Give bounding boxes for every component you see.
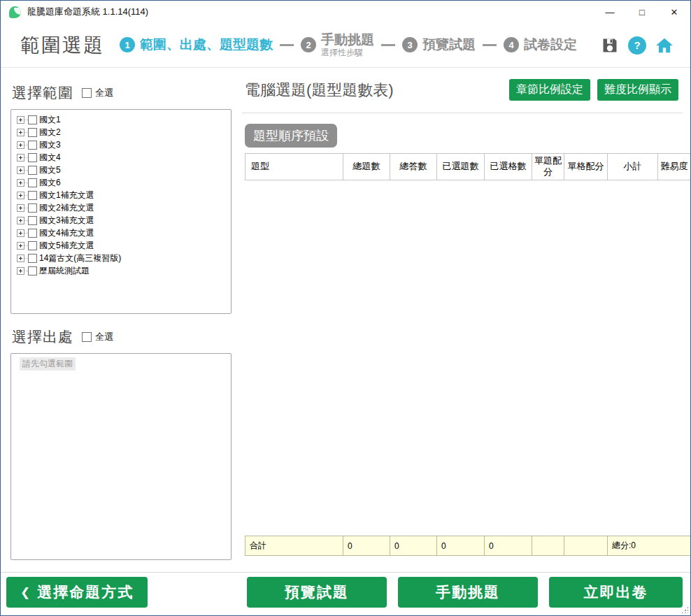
step-4-label: 試卷設定: [524, 38, 577, 52]
titlebar: 龍騰題庫命題系統 1.1.14(114) — □ ✕: [1, 1, 690, 23]
scope-tree-panel[interactable]: 國文1 國文2 國文3 國文4 國文5: [10, 109, 231, 314]
footer-total-score: 總分:0: [608, 536, 691, 556]
tree-item-label: 國文1補充文選: [39, 189, 94, 201]
table-column-header: 總答數: [390, 154, 437, 180]
tree-item-label: 14篇古文(高三複習版): [39, 252, 121, 264]
tree-item-label: 國文5: [39, 164, 61, 176]
source-select-all[interactable]: 全選: [82, 331, 113, 343]
chapter-ratio-button[interactable]: 章節比例設定: [509, 79, 590, 101]
tree-item-checkbox[interactable]: [28, 229, 37, 238]
tree-item-checkbox[interactable]: [28, 203, 37, 213]
table-column-header: 難易度: [658, 154, 691, 180]
step-separator: [483, 44, 497, 46]
expand-plus-icon[interactable]: [17, 255, 24, 262]
tree-item-checkbox[interactable]: [28, 178, 37, 187]
type-order-preset-button[interactable]: 題型順序預設: [245, 124, 337, 148]
tree-item-label: 國文4補充文選: [39, 227, 94, 239]
table-column-header: 小計: [608, 154, 658, 180]
expand-plus-icon[interactable]: [17, 229, 24, 237]
expand-plus-icon[interactable]: [17, 217, 24, 224]
expand-plus-icon[interactable]: [17, 141, 24, 149]
expand-plus-icon[interactable]: [17, 166, 24, 174]
tree-item[interactable]: 國文5: [13, 164, 229, 176]
source-placeholder: 請先勾選範圍: [20, 357, 76, 371]
tree-item-checkbox[interactable]: [28, 166, 37, 175]
tree-item-checkbox[interactable]: [28, 115, 37, 124]
step-4-number: 4: [504, 37, 519, 52]
tree-item-label: 國文4: [39, 152, 61, 164]
maximize-icon[interactable]: □: [626, 1, 658, 23]
tree-item[interactable]: 國文4補充文選: [13, 227, 229, 239]
tree-item[interactable]: 國文2補充文選: [13, 201, 229, 214]
tree-item[interactable]: 國文1: [13, 113, 229, 126]
source-select-all-label: 全選: [95, 331, 113, 343]
table-column-header: 已選格數: [485, 154, 532, 180]
footer-selected-questions: 0: [437, 536, 485, 556]
source-list-panel[interactable]: 請先勾選範圍: [10, 353, 231, 560]
expand-plus-icon[interactable]: [17, 179, 24, 187]
step-3-preview[interactable]: 3 預覽試題: [402, 37, 476, 52]
back-to-mode-button[interactable]: ❮ 選擇命題方式: [6, 577, 148, 608]
save-icon[interactable]: [601, 36, 619, 55]
question-type-table-footer: 合計 0 0 0 0 總分:0: [245, 536, 691, 556]
difficulty-ratio-button[interactable]: 難度比例顯示: [597, 79, 678, 101]
step-2-manual-pick[interactable]: 2 手動挑題 選擇性步驟: [301, 33, 374, 57]
expand-plus-icon[interactable]: [17, 192, 24, 199]
scope-tree: 國文1 國文2 國文3 國文4 國文5: [13, 113, 229, 277]
expand-plus-icon[interactable]: [17, 242, 24, 250]
expand-plus-icon[interactable]: [17, 154, 24, 162]
tree-item[interactable]: 國文3: [13, 138, 229, 151]
tree-item[interactable]: 14篇古文(高三複習版): [13, 252, 229, 264]
tree-item[interactable]: 國文4: [13, 151, 229, 164]
window-title: 龍騰題庫命題系統 1.1.14(114): [27, 6, 148, 18]
manual-pick-button[interactable]: 手動挑題: [398, 577, 538, 608]
footer-total-answers: 0: [390, 536, 437, 556]
scope-select-all[interactable]: 全選: [82, 87, 113, 99]
tree-item-checkbox[interactable]: [28, 254, 37, 263]
bottom-divider: [1, 572, 690, 573]
generate-paper-button[interactable]: 立即出卷: [549, 577, 683, 608]
close-icon[interactable]: ✕: [658, 1, 690, 23]
minimize-icon[interactable]: —: [594, 1, 626, 23]
tree-item-checkbox[interactable]: [28, 266, 37, 275]
expand-plus-icon[interactable]: [17, 116, 24, 124]
tree-item-checkbox[interactable]: [28, 191, 37, 200]
expand-plus-icon[interactable]: [17, 204, 24, 212]
help-icon[interactable]: ?: [628, 36, 646, 55]
tree-item[interactable]: 國文5補充文選: [13, 239, 229, 252]
tree-item-label: 國文6: [39, 177, 61, 189]
scope-section-head: 選擇範圍 全選: [12, 83, 113, 103]
tree-item-checkbox[interactable]: [28, 128, 37, 137]
tree-item[interactable]: 歷屆統測試題: [13, 264, 229, 277]
app-window: 龍騰題庫命題系統 1.1.14(114) — □ ✕ 範圍選題 1 範圍、出處、…: [0, 0, 691, 616]
tree-item-checkbox[interactable]: [28, 153, 37, 162]
tree-item-checkbox[interactable]: [28, 216, 37, 225]
step-separator: [280, 44, 294, 46]
expand-plus-icon[interactable]: [17, 267, 24, 275]
scope-select-all-label: 全選: [95, 87, 113, 99]
tree-item-checkbox[interactable]: [28, 141, 37, 150]
tree-item[interactable]: 國文6: [13, 176, 229, 189]
back-chevron-icon: ❮: [20, 585, 31, 600]
home-icon[interactable]: [655, 36, 674, 55]
table-column-header: 已選題數: [437, 154, 485, 180]
step-1-number: 1: [120, 37, 135, 52]
step-4-paper-settings[interactable]: 4 試卷設定: [504, 37, 577, 52]
tree-item-label: 國文3補充文選: [39, 215, 94, 227]
step-2-label: 手動挑題: [321, 33, 374, 48]
stepper: 1 範圍、出處、題型題數 2 手動挑題 選擇性步驟 3 預覽試題: [120, 33, 577, 57]
source-title: 選擇出處: [12, 327, 73, 347]
source-select-all-checkbox[interactable]: [82, 332, 92, 342]
step-3-label: 預覽試題: [422, 38, 476, 52]
tree-item[interactable]: 國文3補充文選: [13, 214, 229, 227]
scope-select-all-checkbox[interactable]: [82, 88, 92, 98]
heading-divider: [242, 113, 683, 113]
preview-questions-button[interactable]: 預覽試題: [247, 577, 387, 608]
tree-item[interactable]: 國文1補充文選: [13, 189, 229, 201]
expand-plus-icon[interactable]: [17, 129, 24, 136]
step-1-range[interactable]: 1 範圍、出處、題型題數: [120, 37, 273, 52]
tree-item[interactable]: 國文2: [13, 126, 229, 138]
source-section-head: 選擇出處 全選: [12, 327, 113, 347]
resize-grip[interactable]: [681, 606, 688, 613]
tree-item-checkbox[interactable]: [28, 241, 37, 250]
